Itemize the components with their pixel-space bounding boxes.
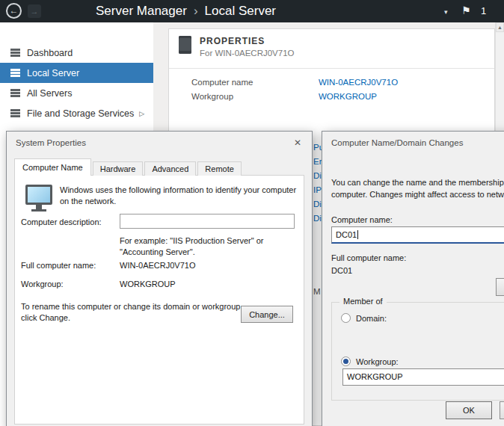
back-button[interactable]: ← bbox=[6, 3, 22, 19]
breadcrumb-separator-icon: › bbox=[194, 4, 198, 18]
local-server-icon bbox=[10, 69, 20, 77]
property-row: Workgroup WORKGROUP bbox=[191, 89, 398, 103]
tab-computer-name[interactable]: Computer Name bbox=[14, 158, 91, 176]
full-computer-name-value: DC01 bbox=[331, 266, 352, 275]
workgroup-input[interactable]: WORKGROUP bbox=[342, 368, 504, 386]
computer-description-input[interactable] bbox=[120, 214, 295, 229]
sidebar-item-local-server[interactable]: Local Server bbox=[0, 63, 153, 83]
computer-name-input-value: DC01 bbox=[336, 230, 357, 239]
full-computer-name-label: Full computer name: bbox=[331, 253, 406, 262]
intro-text-line1: You can change the name and the membersh… bbox=[331, 178, 504, 187]
forward-arrow-icon: → bbox=[31, 7, 39, 16]
property-label: Computer name bbox=[191, 78, 319, 87]
rename-hint-text: To rename this computer or change its do… bbox=[21, 301, 245, 324]
clipped-link-fragment[interactable]: Di bbox=[313, 200, 322, 209]
titlebar: ← → Server Manager›Local Server ▾ ⚑ 1 bbox=[0, 0, 504, 22]
notifications-flag-icon[interactable]: ⚑ bbox=[461, 4, 471, 16]
change-button[interactable]: Change... bbox=[241, 306, 293, 323]
back-arrow-icon: ← bbox=[10, 5, 19, 16]
breadcrumb-current[interactable]: Local Server bbox=[205, 4, 276, 18]
tab-advanced[interactable]: Advanced bbox=[144, 161, 196, 176]
panel-subtitle: For WIN-0AECRJ0V71O bbox=[200, 49, 295, 58]
sidebar-item-label: All Servers bbox=[27, 88, 72, 99]
tab-remote[interactable]: Remote bbox=[197, 161, 242, 176]
domain-radio-row[interactable]: Domain: bbox=[341, 313, 387, 323]
sidebar-spacer bbox=[0, 22, 153, 43]
computer-description-label: Computer description: bbox=[21, 217, 102, 226]
all-servers-icon bbox=[10, 89, 20, 97]
clipped-link-fragment[interactable]: Di bbox=[313, 214, 322, 223]
text-caret bbox=[357, 230, 358, 239]
workgroup-value: WORKGROUP bbox=[120, 280, 176, 288]
system-properties-dialog: System Properties ✕ Computer Name Hardwa… bbox=[6, 131, 313, 426]
scroll-up-arrow-icon: ▲ bbox=[497, 25, 503, 30]
forward-button[interactable]: → bbox=[28, 4, 41, 18]
full-computer-name-label: Full computer name: bbox=[21, 261, 96, 270]
member-of-label: Member of bbox=[339, 297, 387, 306]
chevron-right-icon[interactable]: ▷ bbox=[139, 110, 144, 117]
property-row: Computer name WIN-0AECRJ0V71O bbox=[191, 75, 398, 89]
computer-name-link[interactable]: WIN-0AECRJ0V71O bbox=[319, 78, 398, 87]
dialog-title: Computer Name/Domain Changes bbox=[331, 138, 463, 147]
computer-icon bbox=[25, 185, 52, 205]
tab-strip: Computer Name Hardware Advanced Remote bbox=[14, 158, 243, 176]
domain-radio[interactable] bbox=[341, 313, 351, 323]
notification-count[interactable]: 1 bbox=[481, 5, 486, 16]
panel-title: PROPERTIES bbox=[200, 36, 265, 46]
workgroup-label: Workgroup: bbox=[21, 280, 64, 288]
intro-text-line2: computer. Changes might affect access to… bbox=[331, 190, 504, 199]
close-icon[interactable]: ✕ bbox=[289, 136, 306, 149]
dashboard-icon bbox=[10, 49, 20, 57]
full-computer-name-value: WIN-0AECRJ0V71O bbox=[120, 261, 195, 270]
workgroup-radio[interactable] bbox=[341, 356, 351, 366]
property-rows: Computer name WIN-0AECRJ0V71O Workgroup … bbox=[191, 75, 398, 103]
cancel-button[interactable] bbox=[500, 401, 504, 419]
sidebar-item-all-servers[interactable]: All Servers bbox=[0, 83, 153, 103]
example-text: For example: "IIS Production Server" or … bbox=[120, 235, 307, 258]
divider bbox=[169, 68, 494, 69]
app-title[interactable]: Server Manager bbox=[96, 4, 187, 18]
sidebar-item-dashboard[interactable]: Dashboard bbox=[0, 43, 153, 63]
property-label: Workgroup bbox=[191, 92, 319, 101]
clipped-text-fragment: M bbox=[313, 287, 321, 296]
member-of-group: Member of Domain: Workgroup: WORKGROUP bbox=[331, 302, 504, 401]
more-button[interactable] bbox=[496, 278, 504, 296]
scroll-up-button[interactable]: ▲ bbox=[496, 22, 504, 32]
clipped-link-fragment[interactable]: Di bbox=[313, 171, 322, 180]
domain-label: Domain: bbox=[356, 314, 387, 323]
sidebar-item-label: Local Server bbox=[27, 68, 79, 78]
dialog-title: System Properties bbox=[16, 138, 86, 147]
clipped-link-fragment[interactable]: IP bbox=[313, 185, 322, 194]
file-storage-icon bbox=[10, 109, 20, 117]
caret-down-icon[interactable]: ▾ bbox=[444, 8, 448, 16]
sidebar-item-label: Dashboard bbox=[27, 48, 73, 58]
sidebar-item-label: File and Storage Services bbox=[27, 108, 134, 119]
ok-button[interactable]: OK bbox=[446, 401, 492, 419]
tab-hardware[interactable]: Hardware bbox=[93, 161, 144, 176]
server-icon bbox=[179, 36, 191, 54]
computer-name-domain-changes-dialog: Computer Name/Domain Changes You can cha… bbox=[322, 131, 504, 426]
workgroup-link[interactable]: WORKGROUP bbox=[319, 92, 377, 101]
workgroup-label: Workgroup: bbox=[356, 357, 399, 366]
workgroup-radio-row[interactable]: Workgroup: bbox=[341, 356, 399, 366]
workgroup-input-value: WORKGROUP bbox=[347, 372, 403, 381]
sidebar-item-file-storage-services[interactable]: File and Storage Services ▷ bbox=[0, 103, 153, 123]
computer-name-input[interactable]: DC01 bbox=[331, 226, 504, 244]
intro-text: Windows uses the following information t… bbox=[60, 185, 302, 207]
computer-name-tab-page: Windows uses the following information t… bbox=[14, 175, 304, 425]
computer-name-label: Computer name: bbox=[331, 215, 393, 224]
breadcrumb: Server Manager›Local Server bbox=[96, 0, 276, 22]
